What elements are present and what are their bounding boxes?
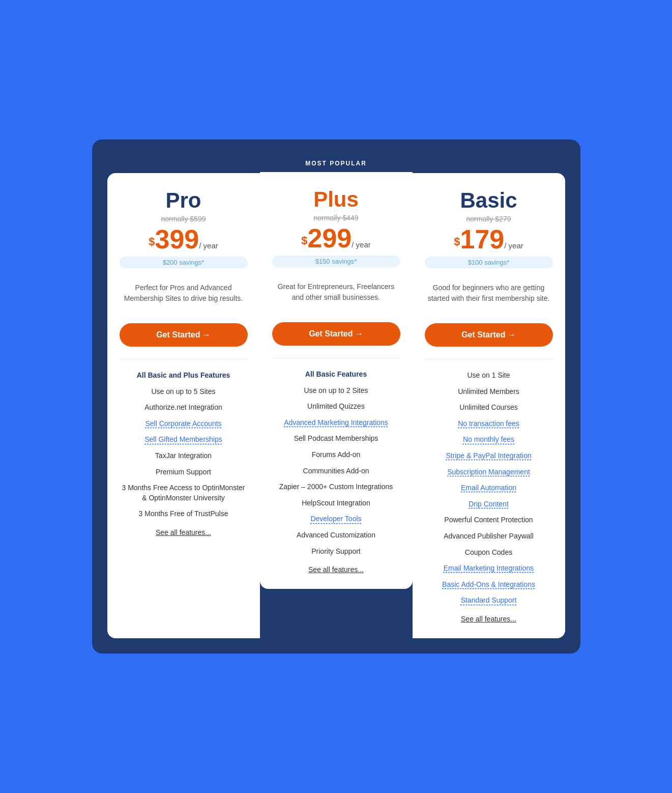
list-item: Unlimited Quizzes bbox=[272, 399, 400, 415]
get-started-button-basic[interactable]: Get Started → bbox=[425, 323, 553, 347]
list-item: Use on 1 Site bbox=[425, 367, 553, 384]
sell-gifted-memberships-link[interactable]: Sell Gifted Memberships bbox=[144, 435, 222, 443]
stripe-paypal-link[interactable]: Stripe & PayPal Integration bbox=[446, 451, 531, 460]
list-item: Email Automation bbox=[425, 480, 553, 496]
list-item: Standard Support bbox=[425, 592, 553, 609]
price-amount-pro: 399 bbox=[155, 224, 199, 254]
no-monthly-fees-link[interactable]: No monthly fees bbox=[463, 435, 514, 443]
price-row-plus: $299/ year bbox=[272, 225, 400, 251]
see-all-link-basic[interactable]: See all features... bbox=[425, 615, 553, 623]
no-transaction-fees-link[interactable]: No transaction fees bbox=[458, 419, 519, 428]
savings-row-basic: $100 savings* bbox=[425, 257, 553, 275]
list-item: Unlimited Courses bbox=[425, 400, 553, 416]
list-item: Advanced Publisher Paywall bbox=[425, 528, 553, 545]
list-item: Forums Add-on bbox=[272, 447, 400, 463]
standard-support-link[interactable]: Standard Support bbox=[461, 596, 517, 604]
price-amount-basic: 179 bbox=[460, 224, 504, 254]
plan-desc-plus: Great for Entrepreneurs, Freelancers and… bbox=[272, 281, 400, 312]
list-item: 3 Months Free of TrustPulse bbox=[120, 506, 248, 522]
most-popular-banner: MOST POPULAR bbox=[260, 155, 413, 172]
features-divider-pro bbox=[120, 359, 248, 359]
see-all-link-pro[interactable]: See all features... bbox=[120, 528, 248, 536]
plan-name-pro: Pro bbox=[120, 188, 248, 213]
plus-plan-wrapper: MOST POPULAR Plus normally $449 $299/ ye… bbox=[260, 155, 413, 638]
list-item: Powerful Content Protection bbox=[425, 512, 553, 528]
see-all-link-plus[interactable]: See all features... bbox=[272, 565, 400, 574]
savings-row-plus: $150 savings* bbox=[272, 256, 400, 274]
get-started-button-pro[interactable]: Get Started → bbox=[120, 323, 248, 347]
list-item: Priority Support bbox=[272, 544, 400, 560]
list-item: Unlimited Members bbox=[425, 384, 553, 400]
plan-card-pro: Pro normally $599 $399/ year $200 saving… bbox=[107, 173, 260, 638]
email-marketing-integrations-link[interactable]: Email Marketing Integrations bbox=[444, 564, 534, 572]
price-row-basic: $179/ year bbox=[425, 226, 553, 252]
list-item: Email Marketing Integrations bbox=[425, 560, 553, 577]
list-item: Sell Corporate Accounts bbox=[120, 416, 248, 432]
plan-card-basic: Basic normally $279 $179/ year $100 savi… bbox=[413, 173, 565, 638]
pricing-grid: Pro normally $599 $399/ year $200 saving… bbox=[107, 155, 565, 638]
list-item: No monthly fees bbox=[425, 432, 553, 448]
price-period-basic: / year bbox=[504, 241, 523, 250]
drip-content-link[interactable]: Drip Content bbox=[469, 500, 509, 508]
list-item: TaxJar Integration bbox=[120, 448, 248, 464]
features-divider-plus bbox=[272, 358, 400, 358]
features-list-basic: Use on 1 Site Unlimited Members Unlimite… bbox=[425, 367, 553, 609]
plan-desc-pro: Perfect for Pros and Advanced Membership… bbox=[120, 282, 248, 313]
list-item: Sell Podcast Memberships bbox=[272, 431, 400, 447]
list-item: Sell Gifted Memberships bbox=[120, 432, 248, 448]
price-row-pro: $399/ year bbox=[120, 226, 248, 252]
list-item: Stripe & PayPal Integration bbox=[425, 448, 553, 464]
email-automation-link[interactable]: Email Automation bbox=[461, 484, 516, 492]
list-item: 3 Months Free Access to OptinMonster & O… bbox=[120, 480, 248, 506]
savings-row-pro: $200 savings* bbox=[120, 257, 248, 275]
get-started-button-plus[interactable]: Get Started → bbox=[272, 322, 400, 346]
features-list-pro: All Basic and Plus Features Use on up to… bbox=[120, 367, 248, 522]
price-period-plus: / year bbox=[352, 240, 371, 249]
plan-card-plus: Plus normally $449 $299/ year $150 savin… bbox=[260, 172, 413, 589]
basic-addons-link[interactable]: Basic Add-Ons & Integrations bbox=[442, 580, 535, 588]
list-item: Premium Support bbox=[120, 464, 248, 480]
list-item: Authorize.net Integration bbox=[120, 400, 248, 416]
sell-corporate-accounts-link[interactable]: Sell Corporate Accounts bbox=[145, 419, 221, 428]
list-item: Advanced Marketing Integrations bbox=[272, 415, 400, 431]
list-item: Coupon Codes bbox=[425, 545, 553, 561]
list-item: Subscription Management bbox=[425, 464, 553, 480]
pricing-outer-card: Pro normally $599 $399/ year $200 saving… bbox=[92, 139, 580, 654]
list-item: Advanced Customization bbox=[272, 527, 400, 544]
plan-originally-plus: normally $449 bbox=[272, 214, 400, 222]
price-amount-plus: 299 bbox=[307, 223, 352, 253]
plan-name-plus: Plus bbox=[272, 187, 400, 212]
advanced-marketing-link[interactable]: Advanced Marketing Integrations bbox=[284, 418, 388, 427]
plan-originally-basic: normally $279 bbox=[425, 215, 553, 223]
list-item: No transaction fees bbox=[425, 416, 553, 432]
developer-tools-link[interactable]: Developer Tools bbox=[310, 515, 361, 523]
plan-name-basic: Basic bbox=[425, 188, 553, 213]
features-header-pro: All Basic and Plus Features bbox=[120, 367, 248, 384]
list-item: Basic Add-Ons & Integrations bbox=[425, 577, 553, 593]
list-item: Communities Add-on bbox=[272, 463, 400, 479]
plan-originally-pro: normally $599 bbox=[120, 215, 248, 223]
list-item: Developer Tools bbox=[272, 511, 400, 527]
list-item: Use on up to 5 Sites bbox=[120, 384, 248, 400]
savings-badge-plus: $150 savings* bbox=[272, 256, 400, 267]
list-item: HelpScout Integration bbox=[272, 495, 400, 512]
features-divider-basic bbox=[425, 359, 553, 359]
price-period-pro: / year bbox=[199, 241, 218, 250]
features-header-plus: All Basic Features bbox=[272, 366, 400, 383]
features-list-plus: All Basic Features Use on up to 2 Sites … bbox=[272, 366, 400, 559]
plan-desc-basic: Good for beginners who are getting start… bbox=[425, 282, 553, 313]
list-item: Use on up to 2 Sites bbox=[272, 383, 400, 399]
price-dollar-basic: $ bbox=[454, 235, 460, 248]
list-item: Drip Content bbox=[425, 496, 553, 513]
savings-badge-basic: $100 savings* bbox=[425, 257, 553, 268]
price-dollar-plus: $ bbox=[301, 234, 307, 247]
subscription-management-link[interactable]: Subscription Management bbox=[447, 468, 530, 476]
list-item: Zapier – 2000+ Custom Integrations bbox=[272, 479, 400, 495]
price-dollar-pro: $ bbox=[149, 235, 155, 248]
savings-badge-pro: $200 savings* bbox=[120, 257, 248, 268]
